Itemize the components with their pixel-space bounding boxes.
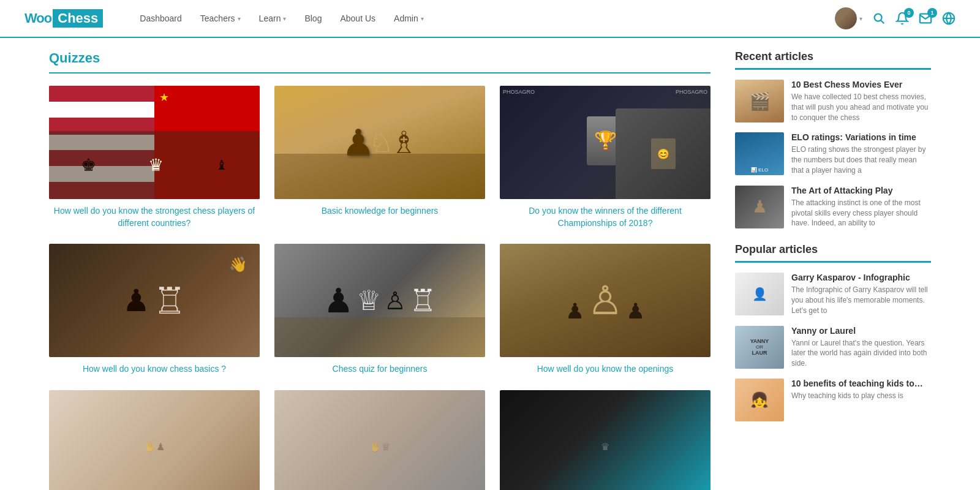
popular-articles-title: Popular articles <box>735 243 931 263</box>
article-thumb-kids: 👧 <box>735 379 784 421</box>
article-excerpt-kasparov: The Infographic of Garry Kasparov will t… <box>791 285 931 315</box>
user-menu[interactable]: ▾ <box>835 7 862 29</box>
chevron-down-icon: ▾ <box>238 15 241 22</box>
search-button[interactable] <box>872 12 886 25</box>
article-excerpt-kids: Why teaching kids to play chess is <box>791 391 931 401</box>
chevron-down-icon: ▾ <box>859 15 862 22</box>
quiz-card-3[interactable]: PHOSAGROPHOSAGRO 🏆 😊 Do you know the win… <box>500 86 710 229</box>
recent-articles-section: Recent articles 🎬 10 Best Chess Movies E… <box>735 50 931 228</box>
article-thumb-yanny: YANNY OR LAUR <box>735 326 784 369</box>
article-card-kids[interactable]: 👧 10 benefits of teaching kids to… Why t… <box>735 379 931 421</box>
quiz-image-8: ✋♕ <box>274 390 485 490</box>
quiz-card-4[interactable]: ♟ ♖ 👋 How well do you know chess basics … <box>49 244 260 375</box>
article-thumb-attack: ♟ <box>735 186 784 228</box>
article-info-kasparov: Garry Kasparov - Infographic The Infogra… <box>791 273 931 315</box>
popular-articles-section: Popular articles 👤 Garry Kasparov - Info… <box>735 243 931 421</box>
svg-point-0 <box>875 14 882 21</box>
svg-line-1 <box>881 20 884 23</box>
article-excerpt-yanny: Yanni or Laurel that's the question. Yea… <box>791 338 931 369</box>
article-excerpt-movies: We have collected 10 best chess movies, … <box>791 92 931 123</box>
recent-articles-title: Recent articles <box>735 50 931 70</box>
article-thumb-movies: 🎬 <box>735 80 784 123</box>
article-info-elo: ELO ratings: Variations in time ELO rati… <box>791 132 931 175</box>
quiz-image-2: ♟ ♘ ♗ <box>274 86 485 199</box>
quiz-card-2[interactable]: ♟ ♘ ♗ Basic knowledge for beginners <box>274 86 485 229</box>
article-info-yanny: Yanny or Laurel Yanni or Laurel that's t… <box>791 326 931 369</box>
quiz-title-3: Do you know the winners of the different… <box>500 205 710 229</box>
quiz-title-6: How well do you know the openings <box>537 363 674 375</box>
article-card-movies[interactable]: 🎬 10 Best Chess Movies Ever We have coll… <box>735 80 931 123</box>
header-right: ▾ 0 1 <box>835 7 956 29</box>
article-title-movies: 10 Best Chess Movies Ever <box>791 80 931 89</box>
chevron-down-icon: ▾ <box>283 15 286 22</box>
nav-blog[interactable]: Blog <box>304 13 322 23</box>
article-info-kids: 10 benefits of teaching kids to… Why tea… <box>791 379 931 421</box>
quiz-card-1[interactable]: ★ ♚ ♛ ♝ How well do you know the stronge… <box>49 86 260 229</box>
sidebar: Recent articles 🎬 10 Best Chess Movies E… <box>735 50 931 490</box>
quiz-title-5: Chess quiz for beginners <box>333 363 428 375</box>
article-thumb-elo: 📊 ELO <box>735 132 784 175</box>
nav-admin[interactable]: Admin ▾ <box>394 13 424 23</box>
quiz-card-7[interactable]: ✋♟ <box>49 390 260 490</box>
logo[interactable]: Woo Chess <box>24 9 103 28</box>
logo-chess: Chess <box>53 9 103 28</box>
quiz-image-5: ♟ ♕ ♙ ♖ <box>274 244 485 357</box>
article-card-elo[interactable]: 📊 ELO ELO ratings: Variations in time EL… <box>735 132 931 175</box>
quiz-image-4: ♟ ♖ 👋 <box>49 244 260 357</box>
article-thumb-kasparov: 👤 <box>735 273 784 315</box>
article-title-attack: The Art of Attacking Play <box>791 186 931 195</box>
logo-woo: Woo <box>24 10 51 26</box>
quiz-card-8[interactable]: ✋♕ <box>274 390 485 490</box>
quiz-image-9: ♛ <box>500 390 710 490</box>
article-info-attack: The Art of Attacking Play The attacking … <box>791 186 931 228</box>
quiz-image-6: ♟ ♙ ♟ <box>500 244 710 357</box>
quiz-card-9[interactable]: ♛ <box>500 390 710 490</box>
globe-button[interactable] <box>942 12 956 25</box>
notifications-button[interactable]: 0 <box>895 12 909 25</box>
quiz-title-1: How well do you know the strongest chess… <box>49 205 260 229</box>
quizzes-section: Quizzes ★ ♚ ♛ ♝ How well do you know the… <box>49 50 710 490</box>
quiz-card-5[interactable]: ♟ ♕ ♙ ♖ Chess quiz for beginners <box>274 244 485 375</box>
quiz-image-7: ✋♟ <box>49 390 260 490</box>
quizzes-title: Quizzes <box>49 50 710 74</box>
article-title-kids: 10 benefits of teaching kids to… <box>791 379 931 388</box>
article-excerpt-elo: ELO rating shows the strongest player by… <box>791 145 931 175</box>
nav-learn[interactable]: Learn ▾ <box>259 13 287 23</box>
article-card-attack[interactable]: ♟ The Art of Attacking Play The attackin… <box>735 186 931 228</box>
quiz-title-2: Basic knowledge for beginners <box>322 205 439 217</box>
quiz-grid: ★ ♚ ♛ ♝ How well do you know the stronge… <box>49 86 710 490</box>
article-title-yanny: Yanny or Laurel <box>791 326 931 336</box>
messages-button[interactable]: 1 <box>919 12 932 25</box>
main-nav: Dashboard Teachers ▾ Learn ▾ Blog About … <box>140 13 835 23</box>
avatar <box>835 7 857 29</box>
header: Woo Chess Dashboard Teachers ▾ Learn ▾ B… <box>0 0 980 38</box>
article-title-kasparov: Garry Kasparov - Infographic <box>791 273 931 282</box>
quiz-image-3: PHOSAGROPHOSAGRO 🏆 😊 <box>500 86 710 199</box>
quiz-card-6[interactable]: ♟ ♙ ♟ How well do you know the openings <box>500 244 710 375</box>
nav-dashboard[interactable]: Dashboard <box>140 13 182 23</box>
article-excerpt-attack: The attacking instinct is one of the mos… <box>791 198 931 228</box>
message-badge: 1 <box>927 8 937 18</box>
article-title-elo: ELO ratings: Variations in time <box>791 132 931 142</box>
main-content: Quizzes ★ ♚ ♛ ♝ How well do you know the… <box>0 38 980 490</box>
notification-badge: 0 <box>904 8 914 18</box>
quiz-image-1: ★ ♚ ♛ ♝ <box>49 86 260 199</box>
nav-about[interactable]: About Us <box>340 13 375 23</box>
article-card-yanny[interactable]: YANNY OR LAUR Yanny or Laurel Yanni or L… <box>735 326 931 369</box>
nav-teachers[interactable]: Teachers ▾ <box>200 13 241 23</box>
chevron-down-icon: ▾ <box>421 15 424 22</box>
article-info-movies: 10 Best Chess Movies Ever We have collec… <box>791 80 931 123</box>
quiz-title-4: How well do you know chess basics ? <box>83 363 226 375</box>
article-card-kasparov[interactable]: 👤 Garry Kasparov - Infographic The Infog… <box>735 273 931 315</box>
